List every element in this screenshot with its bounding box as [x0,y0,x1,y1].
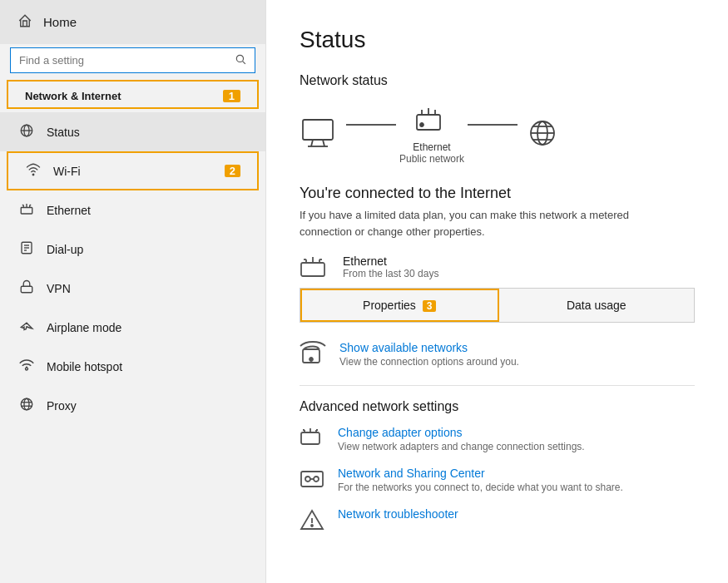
ethernet-icon [18,201,35,219]
ethernet-sub: From the last 30 days [343,268,438,279]
ethernet-card: Ethernet From the last 30 days [300,254,695,279]
svg-rect-6 [21,208,32,215]
wifi-badge: 2 [225,165,240,177]
sidebar-item-airplane[interactable]: Airplane mode [0,308,265,347]
sharing-title: Network and Sharing Center [338,467,623,480]
adapter-desc: View network adapters and change connect… [338,441,585,452]
adapter-icon [300,426,324,453]
sharing-center-option[interactable]: Network and Sharing Center For the netwo… [300,467,695,494]
globe-icon-container [521,115,564,151]
ethernet-info: Ethernet From the last 30 days [343,254,438,279]
wifi-icon [25,162,42,180]
status-icon [18,123,35,141]
globe-icon [521,115,564,151]
show-networks-icon [300,341,326,370]
router-icon-container: EthernetPublic network [399,101,464,165]
pc-icon [300,115,343,151]
section-badge: 1 [223,90,240,102]
line-1 [346,124,396,126]
sidebar-item-ethernet-label: Ethernet [47,204,91,217]
sidebar-item-status[interactable]: Status [0,112,265,151]
svg-point-56 [311,525,313,526]
main-content: Status Network status EthernetPublic net… [266,0,728,583]
search-input[interactable] [19,54,230,67]
sidebar-item-home[interactable]: Home [0,0,265,44]
sidebar-item-status-label: Status [47,126,80,139]
sidebar-item-dialup-label: Dial-up [47,243,83,256]
svg-point-0 [236,55,243,62]
sidebar-item-vpn[interactable]: VPN [0,269,265,308]
search-icon [235,53,246,67]
properties-button[interactable]: Properties 3 [300,289,499,322]
troubleshooter-option[interactable]: Network troubleshooter [300,507,695,535]
svg-point-20 [24,398,29,410]
ethernet-name: Ethernet [343,254,438,268]
sidebar-item-vpn-label: VPN [47,282,71,295]
sidebar-item-ethernet[interactable]: Ethernet [0,190,265,230]
home-label: Home [43,15,77,29]
pc-icon-container [300,115,343,151]
svg-rect-27 [417,115,440,130]
show-networks-option[interactable]: Show available networks View the connect… [300,341,695,370]
svg-point-17 [26,368,28,370]
show-networks-desc: View the connection options around you. [339,356,519,368]
svg-point-19 [21,398,32,410]
airplane-icon [18,319,35,336]
divider [300,385,695,386]
sidebar-item-dialup[interactable]: Dial-up [0,230,265,269]
sidebar-item-wifi-label: Wi-Fi [53,165,81,178]
proxy-icon [18,397,35,414]
svg-point-52 [305,477,310,482]
svg-line-25 [323,140,324,146]
sidebar-item-hotspot[interactable]: Mobile hotspot [0,347,265,386]
sidebar-section-title: Network & Internet 1 [7,80,259,109]
sidebar-item-proxy-label: Proxy [47,399,77,413]
troubleshooter-title: Network troubleshooter [338,507,458,521]
sidebar: Home Network & Internet 1 Status [0,0,266,583]
sharing-icon [300,467,324,494]
change-adapter-option[interactable]: Change adapter options View network adap… [300,426,695,453]
network-status-heading: Network status [300,73,695,88]
network-diagram: EthernetPublic network [300,101,695,165]
connected-title: You're connected to the Internet [300,185,695,202]
adapter-title: Change adapter options [338,426,585,439]
sidebar-item-hotspot-label: Mobile hotspot [47,360,122,373]
ethernet-diagram-label: EthernetPublic network [399,141,464,165]
ethernet-card-icon [300,254,329,279]
router-icon [410,101,453,138]
connected-desc: If you have a limited data plan, you can… [300,207,666,240]
svg-point-31 [420,123,423,126]
svg-line-1 [243,62,245,64]
properties-badge: 3 [423,300,437,312]
sharing-desc: For the networks you connect to, decide … [338,482,623,493]
svg-rect-45 [301,432,319,444]
search-box[interactable] [10,47,255,73]
dialup-icon [18,240,35,258]
data-usage-button[interactable]: Data usage [499,289,695,322]
svg-point-44 [310,358,313,361]
vpn-icon [18,279,35,297]
svg-rect-23 [303,120,333,140]
hotspot-icon [18,358,35,375]
sidebar-item-proxy[interactable]: Proxy [0,386,265,425]
svg-line-24 [311,140,313,146]
home-icon [17,13,33,31]
svg-point-5 [32,174,34,175]
line-2 [468,124,518,126]
page-title: Status [300,27,695,53]
show-networks-title: Show available networks [339,341,519,354]
troubleshooter-icon [300,507,324,535]
show-networks-text: Show available networks View the connect… [339,341,519,368]
properties-btn-row: Properties 3 Data usage [300,288,695,323]
svg-rect-16 [21,286,32,293]
advanced-settings-title: Advanced network settings [300,399,695,414]
sidebar-item-airplane-label: Airplane mode [47,321,121,334]
svg-point-53 [314,477,319,482]
svg-rect-37 [301,263,324,276]
sidebar-item-wifi[interactable]: Wi-Fi 2 [7,151,259,190]
